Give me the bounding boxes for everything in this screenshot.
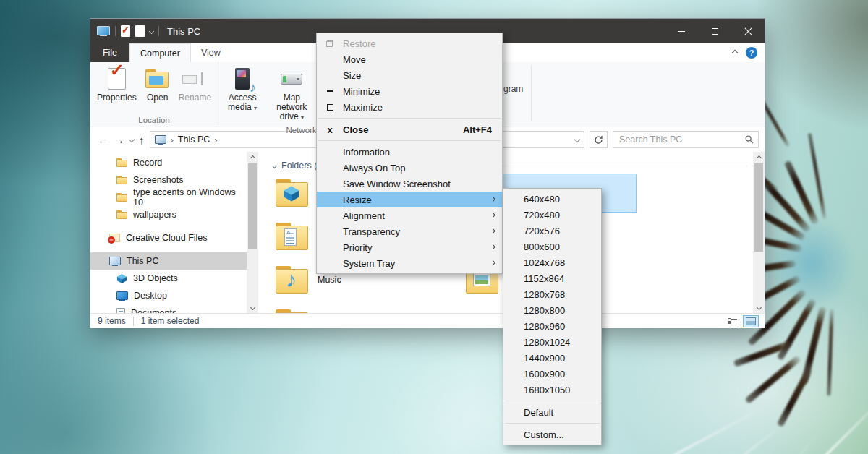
search-input[interactable] <box>613 131 759 148</box>
scroll-up-icon[interactable] <box>757 152 761 163</box>
menu-item-default[interactable]: Default <box>503 404 601 420</box>
submenu-arrow-icon <box>490 197 495 202</box>
picture-icon <box>473 273 490 286</box>
dropdown-chevron-icon: ▾ <box>301 114 304 121</box>
submenu-arrow-icon <box>490 228 495 234</box>
folder-icon: ♪ <box>276 266 310 294</box>
sidebar-item-type-accents[interactable]: type accents on Windows 10 <box>90 189 247 206</box>
menu-item-minimize[interactable]: Minimize <box>317 83 502 99</box>
menu-item-move[interactable]: Move <box>317 51 502 67</box>
close-icon: x <box>327 125 332 134</box>
sidebar-item-creative-cloud-files[interactable]: Creative Cloud Files <box>90 229 247 247</box>
rename-button[interactable]: Rename <box>175 64 215 104</box>
map-network-drive-button[interactable]: Map network drive ▾ <box>265 64 319 124</box>
thumbnails-view-icon <box>746 317 756 325</box>
scroll-up-icon[interactable] <box>251 152 255 163</box>
open-button[interactable]: Open <box>142 64 174 104</box>
music-note-icon: ♪ <box>286 267 297 292</box>
resolution-720x480[interactable]: 720x480 <box>503 207 601 223</box>
3d-cube-icon <box>283 185 300 202</box>
resolution-800x600[interactable]: 800x600 <box>503 239 601 254</box>
menu-item-transparency[interactable]: Transparency <box>317 223 502 239</box>
details-view-button[interactable] <box>724 315 740 327</box>
sidebar-item-desktop[interactable]: Desktop <box>90 287 247 304</box>
creative-cloud-icon <box>109 234 120 242</box>
maximize-button[interactable] <box>698 19 731 43</box>
resolution-1024x768[interactable]: 1024x768 <box>503 254 601 270</box>
breadcrumb-chevron-icon: › <box>214 134 217 145</box>
resolution-1152x864[interactable]: 1152x864 <box>503 270 601 286</box>
properties-button[interactable]: Properties <box>93 64 140 104</box>
sidebar-item-this-pc[interactable]: This PC <box>90 252 247 270</box>
menu-item-system-tray[interactable]: System Tray <box>317 255 502 271</box>
menu-item-resize[interactable]: Resize <box>317 192 502 207</box>
maximize-icon <box>712 28 718 35</box>
qat-dropdown-icon[interactable] <box>149 28 154 33</box>
access-media-button[interactable]: Access media ▾ <box>221 64 263 114</box>
resolution-1440x900[interactable]: 1440x900 <box>503 350 601 366</box>
close-shortcut: Alt+F4 <box>463 124 502 135</box>
recent-locations-icon[interactable] <box>129 137 135 142</box>
folder-icon <box>276 223 310 250</box>
details-view-icon <box>728 317 737 325</box>
thumbnails-view-button[interactable] <box>743 315 759 327</box>
close-button[interactable] <box>731 19 765 43</box>
new-item-qat-icon[interactable] <box>135 25 145 37</box>
address-dropdown-icon[interactable] <box>574 137 580 142</box>
scrollbar-thumb[interactable] <box>248 163 257 249</box>
properties-qat-icon[interactable] <box>121 25 130 37</box>
menu-item-alignment[interactable]: Alignment <box>317 207 502 223</box>
main-scrollbar[interactable] <box>753 152 765 313</box>
breadcrumb-this-pc[interactable]: This PC <box>178 134 210 145</box>
sidebar-item-3d-objects[interactable]: 3D Objects <box>90 270 247 287</box>
resolution-1600x900[interactable]: 1600x900 <box>503 366 601 382</box>
system-context-menu: Restore Move Size Minimize Maximize x Cl… <box>316 33 503 274</box>
tab-computer[interactable]: Computer <box>129 43 191 62</box>
back-button[interactable]: ← <box>98 134 109 145</box>
resolution-1680x1050[interactable]: 1680x1050 <box>503 382 601 398</box>
folder-icon <box>276 179 310 207</box>
resolution-720x576[interactable]: 720x576 <box>503 223 601 239</box>
sidebar-item-screenshots[interactable]: Screenshots <box>90 171 247 189</box>
sidebar-item-documents[interactable]: Documents <box>90 304 247 313</box>
folder-icon <box>116 210 127 219</box>
resolution-1280x1024[interactable]: 1280x1024 <box>503 334 601 350</box>
menu-item-always-on-top[interactable]: Always On Top <box>317 160 502 176</box>
menu-item-close[interactable]: x Close Alt+F4 <box>317 121 502 137</box>
minimize-button[interactable] <box>665 19 698 43</box>
help-icon[interactable]: ? <box>746 47 757 59</box>
network-drive-icon <box>281 74 302 85</box>
ribbon-group-location: Properties Open Rename Location <box>90 62 218 127</box>
menu-item-custom[interactable]: Custom... <box>503 427 601 442</box>
rename-icon <box>182 72 207 85</box>
sidebar-item-wallpapers[interactable]: wallpapers <box>90 206 247 223</box>
this-pc-icon <box>155 135 166 145</box>
menu-item-information[interactable]: Information <box>317 144 502 160</box>
selected-count: 1 item selected <box>141 316 200 326</box>
documents-icon <box>116 308 125 313</box>
scrollbar-thumb[interactable] <box>754 163 763 252</box>
sidebar-item-record[interactable]: Record <box>90 154 247 171</box>
resolution-1280x768[interactable]: 1280x768 <box>503 286 601 302</box>
collapse-group-icon[interactable] <box>272 163 277 168</box>
refresh-icon <box>594 135 603 145</box>
tab-view[interactable]: View <box>191 43 231 62</box>
sidebar-scrollbar[interactable] <box>247 152 258 313</box>
menu-item-priority[interactable]: Priority <box>317 239 502 255</box>
up-button[interactable]: ↑ <box>139 134 145 145</box>
minimize-ribbon-icon[interactable] <box>732 50 738 56</box>
submenu-arrow-icon <box>490 260 495 265</box>
tile-videos[interactable]: Videos <box>271 304 446 313</box>
refresh-button[interactable] <box>590 131 608 148</box>
scroll-down-icon[interactable] <box>251 301 255 313</box>
search-box <box>613 131 759 148</box>
menu-item-maximize[interactable]: Maximize <box>317 99 502 115</box>
scroll-down-icon[interactable] <box>757 301 761 313</box>
resolution-1280x960[interactable]: 1280x960 <box>503 318 601 334</box>
menu-item-save-window-screenshot[interactable]: Save Window Screenshot <box>317 176 502 192</box>
resolution-1280x800[interactable]: 1280x800 <box>503 302 601 318</box>
menu-item-restore[interactable]: Restore <box>317 35 502 51</box>
menu-item-size[interactable]: Size <box>317 67 502 83</box>
resolution-640x480[interactable]: 640x480 <box>503 191 601 207</box>
forward-button[interactable]: → <box>114 134 124 145</box>
